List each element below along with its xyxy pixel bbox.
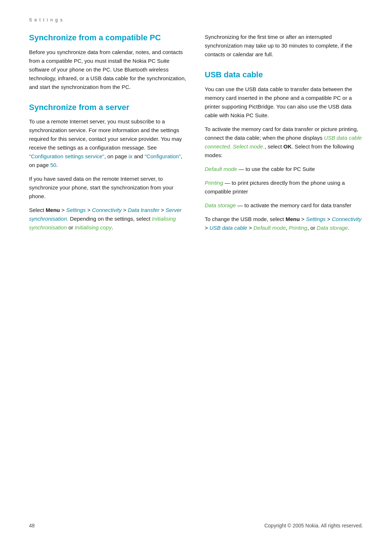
heading-usb: USB data cable — [205, 70, 363, 80]
section-usb: USB data cable You can use the USB data … — [205, 70, 363, 232]
two-column-layout: Synchronize from a compatible PC Before … — [29, 33, 363, 243]
para-mode-3: Data storage — to activate the memory ca… — [205, 201, 363, 210]
page-footer: 48 Copyright © 2005 Nokia. All rights re… — [0, 523, 392, 528]
page-number: 48 — [29, 523, 35, 528]
section-sync-server: Synchronize from a server To use a remot… — [29, 102, 187, 232]
link-config-settings[interactable]: "Configuration settings service" — [29, 153, 104, 159]
heading-sync-server: Synchronize from a server — [29, 102, 187, 113]
para-sync-server-2: If you have saved data on the remote Int… — [29, 175, 187, 201]
section-sync-pc: Synchronize from a compatible PC Before … — [29, 33, 187, 91]
copyright: Copyright © 2005 Nokia. All rights reser… — [264, 523, 363, 528]
column-right: Synchronizing for the first time or afte… — [205, 33, 363, 243]
para-sync-server-1: To use a remote Internet server, you mus… — [29, 117, 187, 170]
para-usb-change: To change the USB mode, select Menu > Se… — [205, 215, 363, 232]
page-header: S e t t i n g s — [29, 17, 363, 23]
link-page-ix[interactable]: ix — [128, 153, 132, 159]
header-label: S e t t i n g s — [29, 17, 63, 23]
para-mode-1: Default mode — to use the cable for PC S… — [205, 165, 363, 173]
para-usb-2: To activate the memory card for data tra… — [205, 125, 363, 160]
para-sync-pc-1: Before you synchronize data from calenda… — [29, 48, 187, 91]
heading-sync-pc: Synchronize from a compatible PC — [29, 33, 187, 43]
link-page-50[interactable]: 50 — [50, 162, 56, 168]
para-mode-2: Printing — to print pictures directly fr… — [205, 179, 363, 196]
section-sync-time: Synchronizing for the first time or afte… — [205, 33, 363, 59]
para-usb-1: You can use the USB data cable to transf… — [205, 85, 363, 120]
column-left: Synchronize from a compatible PC Before … — [29, 33, 187, 243]
para-sync-time-1: Synchronizing for the first time or afte… — [205, 33, 363, 59]
link-configuration[interactable]: "Configuration" — [144, 153, 181, 159]
para-sync-server-3: Select Menu > Settings > Connectivity > … — [29, 206, 187, 232]
page: S e t t i n g s Synchronize from a compa… — [0, 0, 392, 543]
